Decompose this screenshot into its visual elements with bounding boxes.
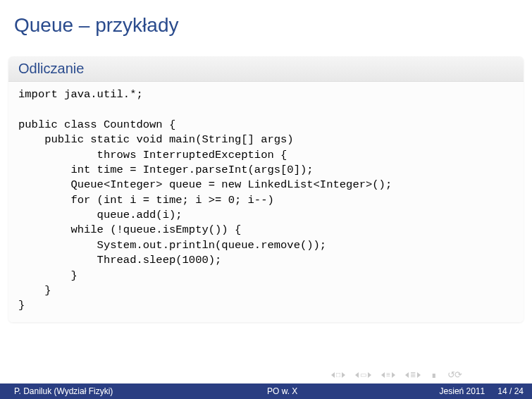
- block-body: import java.util.*; public class Countdo…: [8, 82, 524, 322]
- nav-prev-section-icon: [405, 372, 409, 378]
- footer: P. Daniluk (Wydział Fizyki) PO w. X Jesi…: [0, 383, 532, 399]
- nav-prev-subsection-icon: [381, 372, 385, 378]
- nav-slide-group[interactable]: □: [331, 371, 345, 379]
- slide-title: Queue – przykłady: [0, 0, 532, 37]
- nav-subsection-group[interactable]: ≡: [381, 371, 395, 379]
- nav-next-slide-icon: [342, 372, 345, 378]
- footer-page: 14 / 24: [497, 386, 524, 396]
- nav-next-section-icon: [417, 372, 421, 378]
- nav-frame-icon: ▭: [359, 371, 367, 379]
- nav-reload-icon[interactable]: ↺⟳: [447, 369, 462, 380]
- code-listing: import java.util.*; public class Countdo…: [18, 87, 514, 314]
- nav-slide-icon: □: [335, 371, 341, 379]
- nav-section-icon: ≣: [409, 371, 416, 379]
- nav-doc-icon[interactable]: ∎: [431, 370, 438, 380]
- nav-next-subsection-icon: [392, 372, 395, 378]
- nav-next-frame-icon: [368, 372, 371, 378]
- footer-date: Jesień 2011: [440, 386, 485, 396]
- beamer-nav-icons: □ ▭ ≡ ≣ ∎ ↺⟳: [331, 369, 462, 380]
- nav-prev-frame-icon: [355, 372, 359, 378]
- nav-prev-slide-icon: [331, 372, 335, 378]
- nav-frame-group[interactable]: ▭: [355, 371, 371, 379]
- slide: Queue – przykłady Odliczanie import java…: [0, 0, 532, 399]
- footer-author: P. Daniluk (Wydział Fizyki): [0, 386, 209, 396]
- block-title: Odliczanie: [8, 56, 524, 82]
- nav-section-group[interactable]: ≣: [405, 371, 421, 379]
- footer-right: Jesień 2011 14 / 24: [356, 386, 532, 396]
- nav-subsection-icon: ≡: [385, 371, 391, 379]
- code-block: Odliczanie import java.util.*; public cl…: [8, 56, 524, 322]
- footer-title: PO w. X: [209, 386, 356, 396]
